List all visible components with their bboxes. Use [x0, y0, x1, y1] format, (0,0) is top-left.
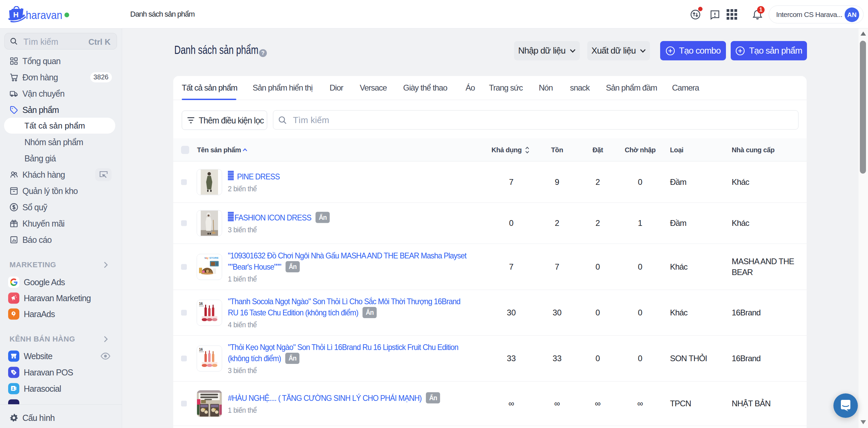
svg-text:haravan: haravan — [26, 8, 62, 21]
svg-text:toy STORE: toy STORE — [204, 256, 219, 259]
svg-text:h: h — [13, 371, 15, 374]
svg-text:16: 16 — [199, 348, 203, 351]
svg-text:16: 16 — [199, 302, 203, 306]
svg-text:H: H — [13, 11, 19, 19]
